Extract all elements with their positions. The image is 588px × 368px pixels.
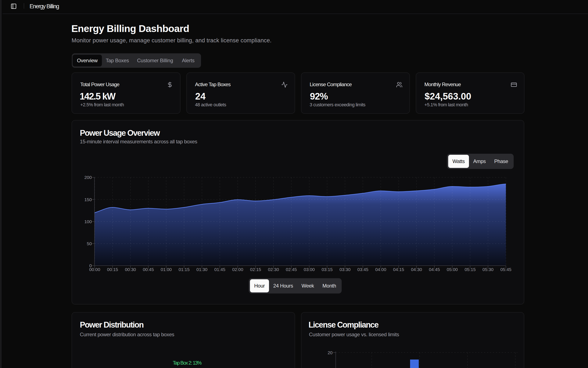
svg-text:20: 20: [328, 350, 333, 355]
